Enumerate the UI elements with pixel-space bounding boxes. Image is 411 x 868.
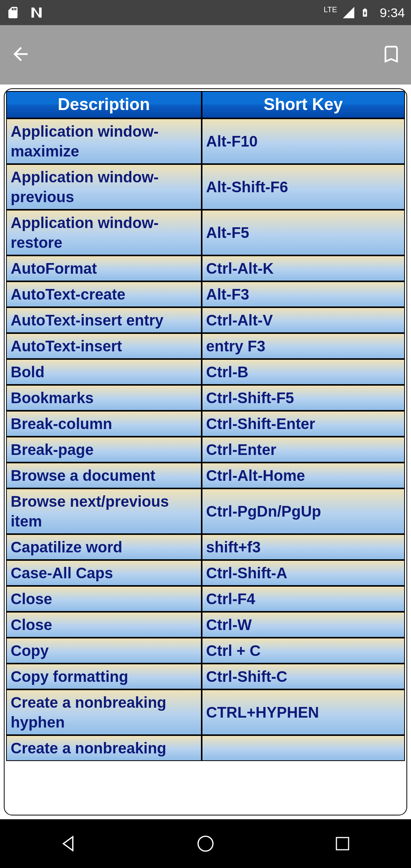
cell-key: Alt-F5 [202, 210, 405, 255]
table-row: AutoText-insert entryCtrl-Alt-V [6, 307, 405, 333]
header-description: Description [6, 91, 202, 118]
cell-key: Ctrl-Shift-F5 [202, 385, 405, 411]
nav-home-button[interactable] [179, 819, 232, 868]
cell-desc: Close [6, 586, 202, 612]
cell-desc: Create a nonbreaking hyphen [6, 689, 202, 735]
table-row: Create a nonbreaking hyphenCTRL+HYPHEN [6, 689, 405, 735]
navigation-bar [0, 819, 411, 868]
cell-desc: AutoText-insert entry [6, 307, 202, 333]
cell-desc: Close [6, 612, 202, 638]
cell-key: shift+f3 [202, 534, 405, 560]
cell-key: Alt-Shift-F6 [202, 164, 405, 210]
battery-charging-icon [360, 5, 370, 20]
table-row: Copy formattingCtrl-Shift-C [6, 664, 405, 689]
cell-desc: Browse next/previous item [6, 488, 202, 534]
cell-key: Ctrl-Shift-Enter [202, 411, 405, 437]
cell-desc: Bold [6, 359, 202, 385]
svg-rect-1 [336, 838, 349, 850]
cell-key: CTRL+HYPHEN [202, 689, 405, 735]
n-notification-icon [28, 5, 45, 20]
table-row: Case-All CapsCtrl-Shift-A [6, 560, 405, 586]
status-bar: LTE 9:34 [0, 0, 411, 25]
table-row: Browse next/previous itemCtrl-PgDn/PgUp [6, 488, 405, 534]
table-body: Application window-maximizeAlt-F10 Appli… [6, 118, 405, 761]
cell-desc: Break-column [6, 411, 202, 437]
table-row: Break-columnCtrl-Shift-Enter [6, 411, 405, 437]
signal-icon [342, 6, 355, 19]
table-row: Application window-restoreAlt-F5 [6, 210, 405, 255]
cell-desc: Browse a document [6, 463, 202, 488]
cell-key: Ctrl-B [202, 359, 405, 385]
cell-desc: Bookmarks [6, 385, 202, 411]
cell-key: Alt-F3 [202, 281, 405, 307]
cell-desc: Capatilize word [6, 534, 202, 560]
cell-desc: Copy formatting [6, 664, 202, 689]
cell-key: Ctrl-Shift-C [202, 664, 405, 689]
network-label: LTE [324, 6, 337, 13]
cell-key: Ctrl-Alt-K [202, 255, 405, 281]
svg-point-0 [198, 836, 213, 851]
content-area[interactable]: Description Short Key Application window… [0, 85, 411, 819]
table-row: AutoText-insertentry F3 [6, 333, 405, 359]
table-row: BoldCtrl-B [6, 359, 405, 385]
bookmark-button[interactable] [381, 44, 401, 65]
header-shortkey: Short Key [202, 91, 405, 118]
back-button[interactable] [10, 43, 31, 66]
cell-desc: Case-All Caps [6, 560, 202, 586]
sd-card-icon [6, 5, 20, 20]
cell-key [202, 735, 405, 761]
nav-recents-button[interactable] [316, 819, 369, 868]
shortcuts-panel: Description Short Key Application window… [4, 88, 407, 815]
cell-desc: Break-page [6, 437, 202, 463]
table-header-row: Description Short Key [6, 91, 405, 118]
table-row: Create a nonbreaking [6, 735, 405, 761]
cell-key: Ctrl-PgDn/PgUp [202, 488, 405, 534]
cell-key: Ctrl-Alt-V [202, 307, 405, 333]
cell-desc: Application window-restore [6, 210, 202, 255]
table-row: Browse a documentCtrl-Alt-Home [6, 463, 405, 488]
clock: 9:34 [380, 5, 405, 20]
cell-key: Ctrl-Shift-A [202, 560, 405, 586]
cell-desc: AutoFormat [6, 255, 202, 281]
table-row: BookmarksCtrl-Shift-F5 [6, 385, 405, 411]
cell-desc: Application window-maximize [6, 118, 202, 164]
cell-key: Ctrl-Alt-Home [202, 463, 405, 488]
nav-back-button[interactable] [42, 819, 95, 868]
app-bar [0, 25, 411, 85]
cell-key: entry F3 [202, 333, 405, 359]
cell-key: Ctrl + C [202, 638, 405, 664]
cell-key: Ctrl-F4 [202, 586, 405, 612]
cell-key: Ctrl-Enter [202, 437, 405, 463]
cell-desc: Application window-previous [6, 164, 202, 210]
table-row: AutoFormatCtrl-Alt-K [6, 255, 405, 281]
table-row: Break-pageCtrl-Enter [6, 437, 405, 463]
table-row: CloseCtrl-W [6, 612, 405, 638]
table-row: Application window-previousAlt-Shift-F6 [6, 164, 405, 210]
cell-key: Alt-F10 [202, 118, 405, 164]
table-row: Capatilize wordshift+f3 [6, 534, 405, 560]
table-row: AutoText-createAlt-F3 [6, 281, 405, 307]
cell-desc: Create a nonbreaking [6, 735, 202, 761]
table-row: Application window-maximizeAlt-F10 [6, 118, 405, 164]
cell-desc: AutoText-create [6, 281, 202, 307]
cell-desc: AutoText-insert [6, 333, 202, 359]
cell-key: Ctrl-W [202, 612, 405, 638]
cell-desc: Copy [6, 638, 202, 664]
table-row: CopyCtrl + C [6, 638, 405, 664]
shortcuts-table: Description Short Key Application window… [6, 91, 405, 761]
device-screen: LTE 9:34 Description [0, 0, 411, 868]
table-row: CloseCtrl-F4 [6, 586, 405, 612]
